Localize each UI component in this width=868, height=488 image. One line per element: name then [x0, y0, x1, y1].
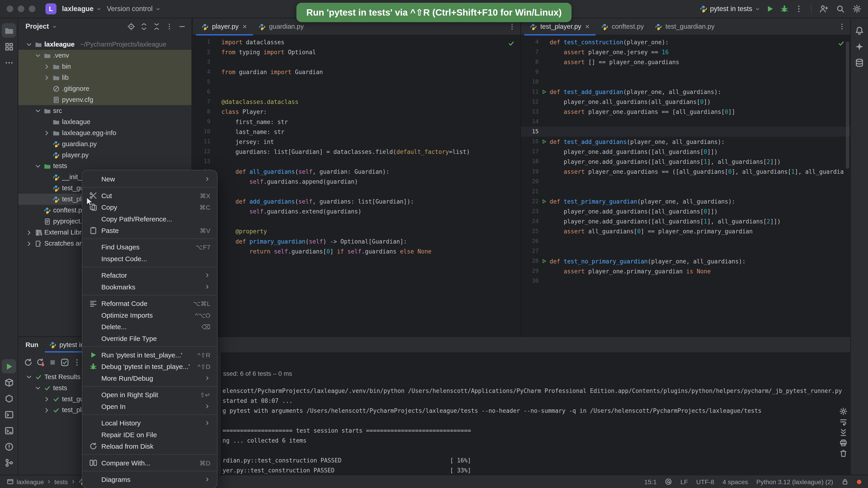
line-number[interactable]: 8 [193, 107, 210, 117]
line-number[interactable]: 23 [521, 206, 538, 216]
tree-row[interactable]: pyvenv.cfg [18, 94, 192, 105]
tree-row[interactable]: player.py [18, 149, 192, 160]
project-button[interactable] [2, 23, 16, 38]
line-number[interactable]: 15 [521, 127, 538, 137]
expand-all-button[interactable] [140, 23, 148, 30]
menu-item[interactable]: Debug 'pytest in test_playe...'^⇧D [83, 361, 217, 372]
more-vertical-icon[interactable] [72, 358, 81, 367]
menu-item[interactable]: Open in Right Split⇧↵ [83, 389, 217, 400]
line-number[interactable]: 12 [521, 97, 538, 107]
line-number[interactable]: 24 [521, 217, 538, 226]
line-number[interactable]: 7 [193, 97, 210, 107]
stop-icon[interactable] [48, 358, 57, 367]
problems-button[interactable] [2, 439, 16, 454]
show-passed-icon[interactable] [60, 358, 69, 367]
settings-icon[interactable] [839, 407, 848, 416]
line-number[interactable]: 19 [521, 166, 538, 176]
print-icon[interactable] [839, 439, 848, 447]
interpreter-widget[interactable]: Python 3.12 (laxleague) (2) [756, 478, 833, 485]
services-button[interactable] [2, 391, 16, 405]
user-add-icon[interactable] [819, 4, 828, 13]
menu-item[interactable]: Copy Path/Reference... [83, 213, 217, 225]
line-number[interactable]: 11 [193, 137, 210, 147]
line-number[interactable]: 14 [521, 117, 538, 127]
code-area[interactable]: 1import dataclasses2from typing import O… [193, 35, 520, 336]
line-number[interactable]: 27 [521, 246, 538, 256]
line-number[interactable]: 30 [521, 276, 538, 286]
chevron-right-icon[interactable] [43, 74, 51, 81]
run-test-gutter-icon[interactable] [539, 256, 550, 266]
menu-item[interactable]: Local History [83, 417, 217, 429]
chevron-down-icon[interactable] [34, 52, 41, 59]
chevron-right-icon[interactable] [26, 240, 33, 247]
tree-row[interactable]: laxleague.egg-info [18, 127, 192, 138]
line-number[interactable]: 28 [521, 256, 538, 266]
line-number[interactable]: 4 [521, 37, 538, 47]
run-button[interactable] [2, 359, 16, 373]
structure-button[interactable] [2, 39, 16, 54]
chevron-down-icon[interactable] [52, 24, 57, 29]
line-number[interactable]: 11 [521, 87, 538, 97]
python-packages-button[interactable] [2, 375, 16, 390]
line-number[interactable]: 16 [521, 137, 538, 147]
line-number[interactable]: 22 [521, 196, 538, 206]
menu-item[interactable]: Diagrams [83, 474, 217, 485]
tree-row[interactable]: laxleague [18, 116, 192, 127]
code-area[interactable]: 4def test_construction(player_one):7 ass… [521, 35, 850, 336]
line-number[interactable]: 12 [193, 147, 210, 157]
line-number[interactable]: 9 [193, 117, 210, 127]
editor-tab[interactable]: conftest.py [596, 18, 649, 35]
more-tool-windows-button[interactable] [2, 55, 16, 70]
line-number[interactable]: 13 [521, 107, 538, 117]
menu-item[interactable]: Compare With...⌘D [83, 457, 217, 468]
terminal-button[interactable] [2, 423, 16, 437]
close-tab-icon[interactable] [585, 24, 590, 29]
tree-row[interactable]: .gitignore [18, 83, 192, 94]
zoom-window-button[interactable] [29, 5, 35, 12]
editor-tab[interactable]: player.py [196, 18, 253, 35]
menu-item[interactable]: Reload from Disk [83, 440, 217, 452]
line-number[interactable]: 26 [521, 236, 538, 246]
close-window-button[interactable] [6, 5, 13, 12]
tree-row[interactable]: guardian.py [18, 138, 192, 149]
inspections-ok-icon[interactable] [837, 40, 845, 47]
console-output[interactable]: elenscott/PycharmProjects/laxleague/.ven… [221, 386, 850, 475]
run-test-gutter-icon[interactable] [539, 137, 550, 147]
tree-row[interactable]: lib [18, 72, 192, 83]
target-button[interactable] [127, 23, 135, 30]
vcs-widget-button[interactable]: Version control [107, 5, 160, 13]
editor-tab[interactable]: test_guardian.py [649, 18, 720, 35]
menu-item[interactable]: Optimize Imports^⌥O [83, 309, 217, 321]
menu-item[interactable]: Delete...⌫ [83, 321, 217, 332]
menu-item[interactable]: Paste⌘V [83, 225, 217, 236]
scrollbar-thumb[interactable] [846, 41, 849, 169]
menu-item[interactable]: Inspect Code... [83, 253, 217, 264]
line-number[interactable]: 1 [193, 37, 210, 47]
python-console-button[interactable] [2, 407, 16, 422]
line-number[interactable]: 18 [521, 157, 538, 166]
annotation-icon[interactable] [665, 478, 672, 485]
line-number[interactable]: 25 [521, 226, 538, 236]
soft-wrap-icon[interactable] [839, 418, 848, 426]
inspections-ok-icon[interactable] [508, 40, 515, 47]
rerun-failed-icon[interactable] [36, 358, 45, 367]
minimize-window-button[interactable] [18, 5, 24, 12]
debug-button[interactable] [780, 4, 789, 13]
menu-item[interactable]: More Run/Debug [83, 372, 217, 384]
tree-row[interactable]: bin [18, 61, 192, 72]
line-number[interactable]: 17 [521, 147, 538, 157]
chevron-down-icon[interactable] [26, 41, 33, 48]
line-number[interactable]: 10 [521, 77, 538, 87]
chevron-right-icon[interactable] [43, 63, 51, 70]
line-number[interactable]: 5 [193, 77, 210, 87]
menu-item[interactable]: Run 'pytest in test_playe...'^⇧R [83, 349, 217, 361]
line-number[interactable]: 20 [521, 176, 538, 186]
run-config-selector[interactable]: pytest in tests [700, 5, 760, 13]
close-tab-icon[interactable] [242, 24, 247, 29]
chevron-right-icon[interactable] [43, 395, 51, 402]
editor-menu-icon[interactable] [508, 23, 516, 30]
line-number[interactable]: 7 [521, 47, 538, 57]
encoding-widget[interactable]: UTF-8 [696, 478, 714, 485]
menu-item[interactable]: Bookmarks [83, 281, 217, 293]
chevron-down-icon[interactable] [26, 373, 33, 381]
